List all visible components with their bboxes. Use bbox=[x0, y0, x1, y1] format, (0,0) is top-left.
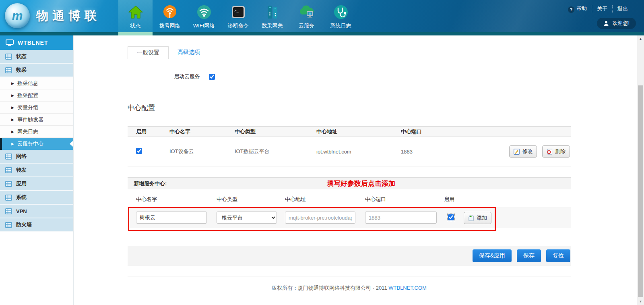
center-config-title: 中心配置 bbox=[128, 103, 571, 112]
nav-item-label: 云服务 bbox=[299, 22, 314, 29]
nav-item-diagnostic-command[interactable]: >_ 诊断命令 bbox=[221, 0, 255, 32]
sidebar: WTBLNET 状态 数采 ▶ 数采信息 ▶ 数采配置 ▶ 变量分组 ▶ 事件触… bbox=[0, 35, 74, 305]
about-link[interactable]: 关于 bbox=[592, 5, 612, 12]
list-icon bbox=[5, 154, 12, 160]
nav-item-data-gateway[interactable]: 数采网关 bbox=[255, 0, 289, 32]
sidebar-item-label: 云服务中心 bbox=[17, 140, 43, 147]
sidebar-item-label: 数采信息 bbox=[17, 80, 38, 87]
sidebar-item-label: VPN bbox=[16, 208, 27, 214]
edit-button[interactable]: 修改 bbox=[509, 145, 537, 158]
top-header: m 物通博联 状态 拨号网络 WIFI网络 >_ 诊断命令 bbox=[0, 0, 644, 35]
sidebar-item-firewall[interactable]: 防火墙 bbox=[0, 218, 73, 232]
add-center-form: 根云平台 添加 bbox=[128, 207, 571, 228]
row-name: IOT设备云 bbox=[169, 137, 235, 166]
device-name: WTBLNET bbox=[18, 39, 48, 46]
sidebar-item-gateway-log[interactable]: ▶ 网关日志 bbox=[0, 126, 73, 138]
nav-item-label: 数采网关 bbox=[262, 22, 283, 29]
scroll-down-arrow[interactable]: ▼ bbox=[637, 298, 644, 305]
help-link[interactable]: ?帮助 bbox=[563, 5, 592, 13]
scrollbar-thumb[interactable] bbox=[638, 85, 643, 297]
sidebar-item-label: 应用 bbox=[16, 180, 27, 187]
brand-name: 物通博联 bbox=[36, 8, 101, 24]
col-enable: 启用 bbox=[128, 127, 169, 137]
list-icon bbox=[5, 181, 12, 187]
save-apply-button[interactable]: 保存&应用 bbox=[473, 249, 512, 262]
welcome-badge[interactable]: 欢迎您! bbox=[597, 18, 636, 29]
enable-cloud-row: 启动云服务 bbox=[128, 73, 571, 81]
main-panel: 一般设置 高级选项 启动云服务 中心配置 启用 中心名字 中心类型 中心地址 中… bbox=[74, 35, 644, 305]
add-col-address: 中心地址 bbox=[285, 196, 306, 203]
tab-advanced-options[interactable]: 高级选项 bbox=[169, 46, 209, 59]
site-link[interactable]: WTBLNET.COM bbox=[388, 285, 427, 291]
sidebar-item-data-collect[interactable]: 数采 bbox=[0, 64, 73, 77]
sidebar-item-variable-group[interactable]: ▶ 变量分组 bbox=[0, 102, 73, 114]
wifi-icon bbox=[196, 3, 212, 21]
sidebar-item-collect-info[interactable]: ▶ 数采信息 bbox=[0, 77, 73, 89]
copyright-text: 版权所有：厦门物通博联网络科技有限公司 · 2011 bbox=[272, 285, 387, 291]
enable-cloud-checkbox[interactable] bbox=[209, 74, 215, 80]
reset-button[interactable]: 复位 bbox=[546, 249, 570, 262]
terminal-icon: >_ bbox=[230, 3, 246, 21]
user-icon bbox=[603, 21, 609, 26]
sidebar-item-cloud-service-center[interactable]: ▶ 云服务中心 bbox=[0, 138, 73, 150]
nav-item-label: 系统日志 bbox=[330, 22, 351, 29]
add-col-port: 中心端口 bbox=[365, 196, 386, 203]
nav-item-label: 拨号网络 bbox=[159, 22, 180, 29]
sidebar-item-label: 状态 bbox=[16, 53, 27, 60]
annotation-tip: 填写好参数后点击添加 bbox=[327, 179, 395, 188]
sidebar-item-event-trigger[interactable]: ▶ 事件触发器 bbox=[0, 114, 73, 126]
center-enable-checkbox[interactable] bbox=[448, 214, 454, 220]
sidebar-item-vpn[interactable]: VPN bbox=[0, 205, 73, 218]
add-col-type: 中心类型 bbox=[217, 196, 237, 203]
add-col-enable: 启用 bbox=[444, 196, 454, 203]
add-col-name: 中心名字 bbox=[136, 196, 157, 203]
brand-logo-icon: m bbox=[5, 3, 30, 28]
nav-item-dial-network[interactable]: 拨号网络 bbox=[153, 0, 187, 32]
scroll-up-arrow[interactable]: ▲ bbox=[637, 35, 644, 42]
add-button[interactable]: 添加 bbox=[464, 212, 491, 224]
row-type: IOT数据云平台 bbox=[235, 137, 316, 166]
list-icon bbox=[5, 67, 12, 73]
sidebar-item-label: 变量分组 bbox=[17, 104, 38, 111]
caret-icon: ▶ bbox=[11, 81, 14, 85]
nav-item-cloud-service[interactable]: 云服务 bbox=[289, 0, 324, 32]
nav-item-label: WIFI网络 bbox=[193, 22, 215, 29]
nav-item-wifi-network[interactable]: WIFI网络 bbox=[187, 0, 221, 32]
center-type-select[interactable]: 根云平台 bbox=[217, 212, 277, 224]
save-button[interactable]: 保存 bbox=[517, 249, 541, 262]
cloud-monitor-icon bbox=[298, 3, 316, 21]
sidebar-item-label: 网关日志 bbox=[17, 128, 38, 135]
sidebar-item-application[interactable]: 应用 bbox=[0, 177, 73, 191]
add-center-section: 新增服务中心: 填写好参数后点击添加 中心名字 中心类型 中心地址 中心端口 启… bbox=[128, 177, 571, 228]
row-enable-checkbox[interactable] bbox=[136, 148, 142, 154]
table-row: IOT设备云 IOT数据云平台 iot.wtblnet.com 1883 修改 bbox=[128, 137, 571, 166]
sidebar-item-label: 防火墙 bbox=[16, 221, 32, 228]
center-address-input[interactable] bbox=[285, 212, 355, 224]
caret-icon: ▶ bbox=[11, 118, 14, 122]
sidebar-item-status[interactable]: 状态 bbox=[0, 50, 73, 64]
sidebar-device-header: WTBLNET bbox=[0, 35, 73, 50]
sidebar-item-label: 数采配置 bbox=[17, 92, 38, 99]
add-center-labels: 中心名字 中心类型 中心地址 中心端口 启用 bbox=[128, 189, 571, 207]
tab-general-settings[interactable]: 一般设置 bbox=[128, 46, 169, 59]
sidebar-item-collect-config[interactable]: ▶ 数采配置 bbox=[0, 89, 73, 102]
nav-item-system-log[interactable]: 系统日志 bbox=[324, 0, 358, 32]
nav-item-status[interactable]: 状态 bbox=[118, 0, 153, 32]
sidebar-item-network[interactable]: 网络 bbox=[0, 150, 73, 164]
nav-item-label: 状态 bbox=[130, 22, 141, 29]
sidebar-item-system[interactable]: 系统 bbox=[0, 191, 73, 205]
action-button-bar: 保存&应用 保存 复位 bbox=[128, 246, 571, 266]
vertical-scrollbar[interactable]: ▲ ▼ bbox=[637, 35, 644, 305]
logout-link[interactable]: 退出 bbox=[612, 5, 633, 12]
delete-button[interactable]: 删除 bbox=[542, 145, 570, 158]
list-icon bbox=[5, 54, 12, 60]
delete-x-icon bbox=[547, 149, 553, 155]
home-icon bbox=[128, 3, 144, 21]
enable-cloud-label: 启动云服务 bbox=[174, 73, 200, 80]
center-port-input[interactable] bbox=[365, 212, 437, 224]
row-port: 1883 bbox=[401, 137, 506, 166]
center-name-input[interactable] bbox=[136, 212, 207, 224]
sidebar-item-forward[interactable]: 转发 bbox=[0, 164, 73, 177]
add-center-header: 新增服务中心: 填写好参数后点击添加 bbox=[128, 177, 571, 189]
monitor-icon bbox=[6, 39, 14, 46]
